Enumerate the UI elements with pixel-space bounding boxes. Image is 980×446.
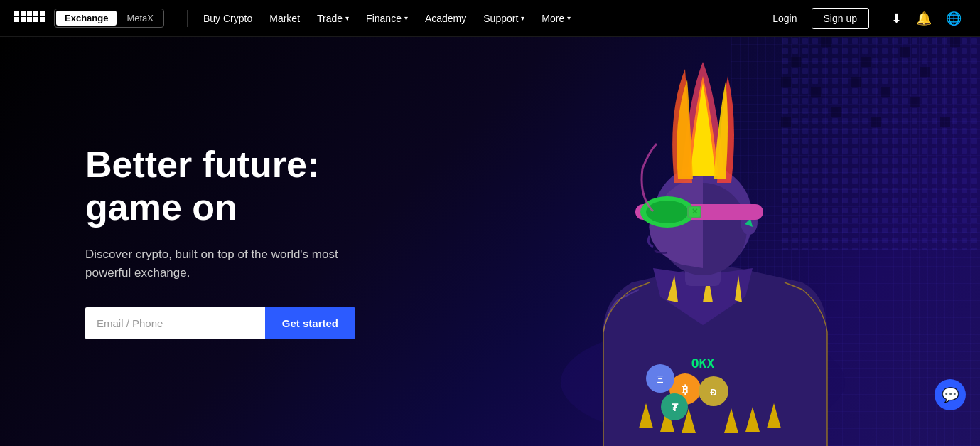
globe-icon[interactable]: 🌐 xyxy=(942,8,966,29)
login-button[interactable]: Login xyxy=(764,9,805,28)
nav-academy[interactable]: Academy xyxy=(418,9,473,28)
tab-metax[interactable]: MetaX xyxy=(118,11,162,26)
mode-tabs: Exchange MetaX xyxy=(54,9,164,28)
nav-divider-1 xyxy=(187,10,188,27)
hero-content: Better future: game on Discover crypto, … xyxy=(0,101,441,383)
nav-market[interactable]: Market xyxy=(262,9,307,28)
svg-rect-0 xyxy=(14,11,19,16)
hero-form: Get started xyxy=(85,307,355,339)
hero-title: Better future: game on xyxy=(85,144,355,229)
get-started-button[interactable]: Get started xyxy=(265,307,355,339)
navbar: Exchange MetaX Buy Crypto Market Trade ▾… xyxy=(0,0,980,37)
nav-divider-2 xyxy=(878,11,878,26)
tab-exchange[interactable]: Exchange xyxy=(56,11,117,26)
svg-text:Ξ: Ξ xyxy=(657,373,663,385)
support-chevron-icon: ▾ xyxy=(521,14,524,22)
nav-trade[interactable]: Trade ▾ xyxy=(310,9,356,28)
logo[interactable] xyxy=(14,9,45,28)
hero-section: Better future: game on Discover crypto, … xyxy=(0,37,980,446)
svg-rect-4 xyxy=(27,17,32,22)
more-chevron-icon: ▾ xyxy=(567,14,571,22)
finance-chevron-icon: ▾ xyxy=(404,14,408,22)
nav-buy-crypto[interactable]: Buy Crypto xyxy=(196,9,259,28)
svg-text:OKX: OKX xyxy=(691,356,715,371)
bell-icon[interactable]: 🔔 xyxy=(912,8,936,29)
svg-text:✕: ✕ xyxy=(691,207,698,216)
svg-rect-7 xyxy=(33,17,38,22)
chat-icon: 💬 xyxy=(942,386,959,403)
hero-subtitle: Discover crypto, built on top of the wor… xyxy=(85,245,355,282)
navbar-actions: Login Sign up ⬇ 🔔 🌐 xyxy=(764,8,966,29)
svg-rect-9 xyxy=(21,17,26,22)
nav-finance[interactable]: Finance ▾ xyxy=(359,9,415,28)
svg-text:₿: ₿ xyxy=(682,383,688,395)
svg-rect-3 xyxy=(14,17,19,22)
svg-rect-6 xyxy=(40,11,45,16)
svg-rect-52 xyxy=(950,37,960,47)
svg-rect-2 xyxy=(27,11,32,16)
svg-rect-57 xyxy=(940,117,950,127)
email-phone-input[interactable] xyxy=(85,307,265,339)
signup-button[interactable]: Sign up xyxy=(812,8,869,29)
nav-links: Buy Crypto Market Trade ▾ Finance ▾ Acad… xyxy=(196,9,764,28)
svg-text:Ð: Ð xyxy=(710,387,716,398)
trade-chevron-icon: ▾ xyxy=(345,14,349,22)
chat-bubble-button[interactable]: 💬 xyxy=(935,379,966,410)
download-icon[interactable]: ⬇ xyxy=(887,8,906,29)
nav-support[interactable]: Support ▾ xyxy=(476,9,532,28)
svg-text:₮: ₮ xyxy=(672,402,679,413)
hero-character-illustration: OKX ₿ Ξ Ð ₮ xyxy=(497,37,923,446)
svg-rect-8 xyxy=(40,17,45,22)
svg-rect-1 xyxy=(21,11,26,16)
svg-rect-5 xyxy=(33,11,38,16)
nav-more[interactable]: More ▾ xyxy=(534,9,578,28)
